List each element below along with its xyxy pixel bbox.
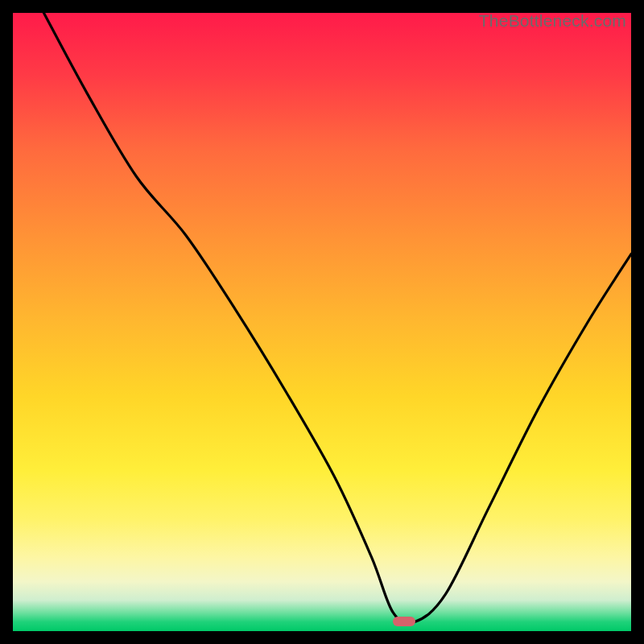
optimal-point-marker	[393, 617, 415, 626]
bottleneck-curve	[13, 13, 631, 631]
plot-area	[13, 13, 631, 631]
watermark-text: TheBottleneck.com	[479, 11, 626, 31]
chart-frame: TheBottleneck.com	[0, 0, 644, 644]
